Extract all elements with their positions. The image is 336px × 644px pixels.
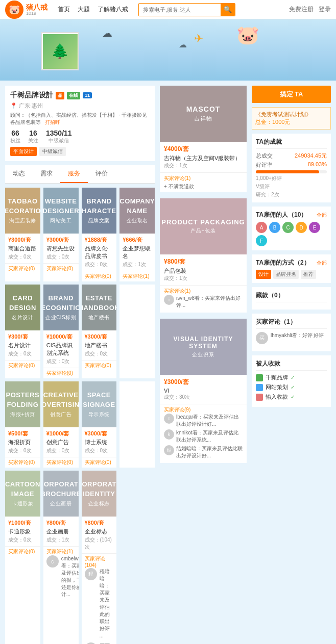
service-thumb-vis-id: Visual Identity System企业识系: [160, 319, 247, 375]
service-card-website[interactable]: Website Designer网站美工 ¥3000/套 请您先生设 成交：0次…: [43, 188, 79, 281]
stat-total-row: 总成交 249034.45元: [256, 152, 327, 160]
follow-icon-2: [256, 394, 263, 401]
profile-badge2: 在线: [67, 92, 80, 99]
promo-title: 《免责考试测试计划》: [255, 111, 327, 118]
banner-pig-char: 🐷: [236, 24, 259, 46]
location-text: 广东·惠州: [19, 102, 43, 109]
service-card-creative[interactable]: Creative Advertising创意广告 ¥1000/套 创意广告 成交…: [43, 381, 79, 468]
nav-big[interactable]: 大题: [78, 5, 90, 14]
cta-button[interactable]: 搞定 TA: [252, 86, 331, 103]
header-right: 免费注册 登录: [289, 5, 331, 14]
service-card-product-pkg[interactable]: Product Packaging产品+包装 ¥800/套 产品包装 成交：1次…: [160, 198, 247, 313]
service-reviews-space: 买家评论(0): [82, 457, 117, 468]
stat-followers: 66 粉丝: [10, 129, 20, 144]
follow-tag-0[interactable]: 设计: [256, 270, 271, 279]
profile-badge1: 品: [56, 92, 64, 99]
ta-followtype-all[interactable]: 全部: [317, 260, 327, 267]
service-card-vis-id[interactable]: Visual Identity System企业识系 ¥3000/套 VI 成交…: [160, 319, 247, 463]
follow-tags: 设计 品牌挂名 推荐: [256, 270, 327, 279]
mascot-price: ¥4000/套: [164, 145, 243, 153]
nav-about[interactable]: 了解猪八戒: [98, 5, 128, 14]
tab-dongtai[interactable]: 动态: [5, 165, 33, 183]
service-card-brand-char[interactable]: Brand Character品牌文案 ¥1888/套 品牌文化·品牌皮书 成交…: [82, 188, 117, 281]
reviewer-text-cid1: 程暗暗暗：买家来及评估此的联出好评 ...: [100, 568, 114, 639]
good-rate-bar-bg: [256, 170, 327, 173]
ta-followtype-card: TA雇佣的方式（2） 全部 设计 品牌挂名 推荐: [252, 254, 331, 283]
ta-stats-title: TA的成就: [256, 138, 327, 149]
mascot-info: ¥4000/套 吉祥物（主方及空间V服装带） 成交：1次: [160, 142, 247, 172]
search-input[interactable]: [139, 4, 221, 16]
sidebar-review1: 买 lhmyakhli看：好评 好评: [256, 332, 327, 344]
profile-tabs: 动态 需求 服务 评价: [5, 165, 155, 184]
ta-all-link[interactable]: 全部: [317, 212, 327, 219]
service-info-estate: ¥3000/套 地产楼书 成交：0次: [82, 330, 117, 360]
nav-home[interactable]: 首页: [58, 5, 70, 14]
service-price-corp-id: ¥800/套: [85, 519, 114, 527]
service-card-cartoon[interactable]: Cartoon Image卡通形象 ¥1000/套 卡通形象 成交：0次 买家评…: [5, 471, 40, 644]
tab-xunqiu[interactable]: 需求: [33, 165, 60, 183]
register-link[interactable]: 免费注册: [289, 5, 314, 14]
reviewer-avatar1: c: [46, 555, 59, 568]
service-card-brand-rec[interactable]: Brand Recognition企业CIS标别 ¥10000/套 CIS品牌识…: [43, 285, 79, 378]
tag1: 平面设计: [10, 147, 37, 156]
service-title-corp-id: 企业标志: [85, 528, 114, 535]
service-card-company[interactable]: Company Name企业取名 ¥666/套 企业梦想取名 成交：1次 买家评…: [119, 188, 155, 281]
service-title-website: 请您先生设: [46, 245, 76, 252]
vis-id-review2: k knnikot看：买家来及评估此联出好评系统...: [164, 429, 243, 444]
sidebar-review-text1: lhmyakhli看：好评 好评: [271, 332, 324, 339]
service-title-cartoon: 卡通形象: [8, 528, 37, 535]
service-meta-taobao: 成交：0次: [8, 253, 37, 261]
favorites-title: 藏款（0）: [256, 291, 327, 302]
profile-name-row: 千树品牌设計 品 在线 11: [10, 91, 150, 100]
service-price-card: ¥300/套: [8, 333, 37, 341]
profile-link[interactable]: 打招呼: [45, 119, 60, 125]
tag2: 中级诚信: [39, 147, 66, 156]
service-card-space[interactable]: Space Signage导示系统 ¥3000/套 博士系统 成交：0次 买家评…: [82, 381, 117, 468]
service-title-taobao: 商里合道路: [8, 245, 37, 252]
service-reviews-cartoon: 买家评论(0): [5, 546, 40, 557]
service-thumb-website: Website Designer网站美工: [43, 188, 79, 234]
follow-tag-1[interactable]: 品牌挂名: [273, 270, 299, 279]
service-thumb-company: Company Name企业取名: [119, 188, 155, 234]
service-card-estate[interactable]: Estate Handbook地产楼书 ¥3000/套 地产楼书 成交：0次 买…: [82, 285, 117, 378]
product-reviewer-text1: isvn_w8看：买家来评估出好评...: [176, 295, 243, 309]
banner-cloud3: ☁: [179, 40, 187, 49]
vis-id-meta: 成交：30次: [164, 394, 243, 401]
service-card-taobao[interactable]: Taobao Decoration淘宝店装修 ¥3000/套 商里合道路 成交：…: [5, 188, 40, 281]
logo-num: 1019: [26, 11, 47, 16]
search-box: 🔍: [138, 3, 235, 16]
service-meta-website: 成交：0次: [46, 253, 76, 261]
search-button[interactable]: 🔍: [221, 4, 235, 16]
service-reviews-corp-brochure: 买家评论(1) c cmbelwang看：买家来及评估出好的报，下次还是你的设计…: [43, 546, 79, 603]
service-reviews-estate: 买家评论(0): [82, 360, 117, 371]
banner-cloud2: ☁: [102, 27, 112, 39]
stat-k1: 1,000+好评: [256, 175, 327, 182]
service-card-mascot[interactable]: Mascot吉祥物 ¥4000/套 吉祥物（主方及空间V服装带） 成交：1次 买…: [160, 86, 247, 192]
service-thumb-brand-rec: Brand Recognition企业CIS标别: [43, 285, 79, 330]
profile-info: 千树品牌设計 品 在线 11 📍 广东·惠州 顾问：（包括自入、实战经济、操花发…: [10, 91, 150, 156]
follower-avatar-3: C: [282, 222, 294, 233]
service-info-company: ¥666/套 企业梦想取名 成交：1次: [119, 234, 155, 271]
service-card-corp-id[interactable]: Corporate Identity企业标志 ¥800/套 企业标志 成交：(1…: [82, 471, 117, 644]
service-title-company: 企业梦想取名: [123, 245, 152, 260]
tab-fuwu[interactable]: 服务: [60, 165, 88, 183]
vis-reviewer-text2: knnikot看：买家来及评估此联出好评系统...: [176, 429, 243, 444]
tab-pingjia[interactable]: 评价: [88, 165, 115, 183]
service-info-corp-id: ¥800/套 企业标志 成交：(104)次: [82, 517, 117, 553]
login-link[interactable]: 登录: [319, 5, 331, 14]
service-meta-posters: 成交：0次: [8, 447, 37, 454]
follow-tag-2[interactable]: 推荐: [301, 270, 316, 279]
service-card-posters[interactable]: Posters Folding海报+折页 ¥500/套 海报折页 成交：0次 买…: [5, 381, 40, 468]
vis-reviewer-text3: 结婚暗暗：买家来及评估此联出好评设计好...: [176, 445, 243, 459]
service-price-creative: ¥1000/套: [46, 430, 76, 437]
follow-icon-1: [256, 384, 263, 391]
followers-label: 粉丝: [10, 137, 20, 144]
vis-reviewer-text1: lbeaqar看：买家来及评估出联出好评设计好...: [176, 414, 243, 428]
service-card-corp-brochure[interactable]: Corporate Brochure企业画册 ¥800/套 企业画册 成交：1次…: [43, 471, 79, 644]
product-pkg-reviews: 买家评论(1) i isvn_w8看：买家来评估出好评...: [160, 285, 247, 313]
follow-text-0: 千颗品牌: [266, 374, 288, 381]
right-cards-col: Mascot吉祥物 ¥4000/套 吉祥物（主方及空间V服装带） 成交：1次 买…: [160, 86, 247, 644]
service-thumb-posters: Posters Folding海报+折页: [5, 381, 40, 427]
service-card-card[interactable]: Card Design名片设计 ¥300/套 名片设计 成交：0次 买家评论(0…: [5, 285, 40, 378]
ta-followers-card: TA雇佣的人（10） 全部 A B C D E F: [252, 207, 331, 250]
